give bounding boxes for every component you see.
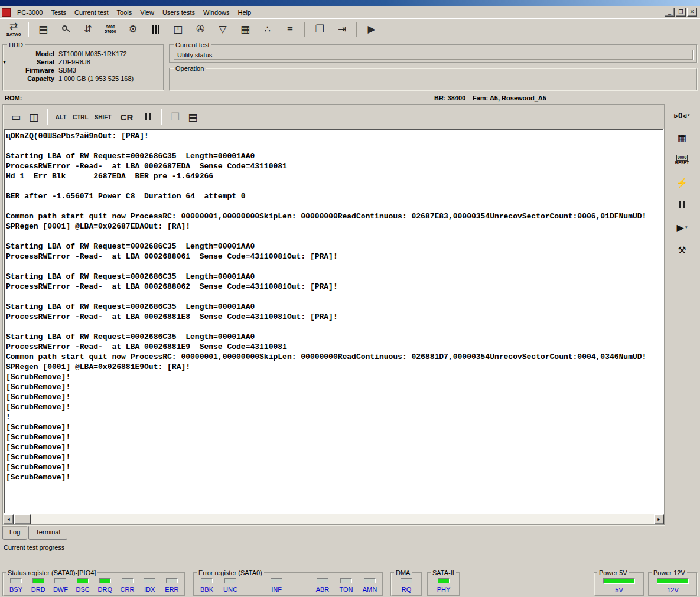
titlebar[interactable] — [0, 0, 700, 6]
sata2-legend: SATA-II — [431, 569, 456, 576]
terminal-line: [ScrubRemove]! — [6, 402, 662, 412]
sata0-port-button[interactable]: ⇄ SATA0 — [4, 20, 23, 39]
phy-led-icon — [438, 578, 450, 583]
close-button[interactable]: ✕ — [687, 8, 697, 17]
jump-to-zero-button[interactable]: ▹0◃ ▾ — [675, 107, 690, 123]
utility-status-icon: ▤ — [38, 24, 48, 35]
script-list-button[interactable]: ≡ — [281, 20, 299, 39]
pause-button[interactable] — [679, 197, 685, 213]
menu-users-tests[interactable]: Users tests — [158, 8, 199, 17]
settings-button[interactable]: ⚙ — [123, 20, 142, 39]
port-exchange-button[interactable]: ⇵ — [79, 20, 97, 39]
probe-button[interactable]: ⚡ — [676, 175, 688, 190]
menu-tests[interactable]: Tests — [47, 8, 70, 17]
terminal-settings-button[interactable]: ▭ — [8, 109, 24, 125]
tools-button[interactable]: ⚒ — [678, 242, 686, 257]
hdd-capacity-value: 1 000 GB (1 953 525 168) — [58, 75, 159, 82]
scroll-thumb[interactable] — [14, 514, 31, 524]
current-test-groupbox: Current test Utility status — [169, 41, 698, 63]
save-log-button[interactable]: ◫ — [26, 109, 41, 125]
shift-key-button[interactable]: SHIFT — [93, 109, 113, 125]
terminal-line: [ScrubRemove]! — [6, 442, 662, 452]
utility-status-button[interactable]: ▤ — [34, 20, 53, 39]
terminal-line: Starting LBA of RW Request=0002686C35 Le… — [6, 151, 662, 161]
led-idx: IDX — [139, 578, 159, 593]
hdd-groupbox: HDD ▼ Model ST1000LM035-1RK172 Serial ZD… — [2, 41, 164, 91]
sector-map-button[interactable]: ▦ — [236, 20, 255, 39]
terminal-copy-button[interactable]: ❐ — [167, 109, 183, 125]
search-key-button[interactable] — [56, 20, 75, 39]
chip-button[interactable] — [146, 20, 165, 39]
funnel-button[interactable]: ▽ — [213, 20, 232, 39]
chevron-down-icon[interactable]: ▾ — [688, 113, 690, 118]
tab-log[interactable]: Log — [2, 526, 27, 540]
reset-button[interactable]: 0000 RESET — [675, 152, 689, 168]
menu-current-test[interactable]: Current test — [70, 8, 112, 17]
run-button[interactable]: ▶ ▾ — [677, 220, 688, 235]
idx-led-icon — [144, 578, 155, 583]
chevron-down-icon[interactable]: ▾ — [685, 225, 688, 230]
chip-card-icon: ▦ — [678, 132, 686, 143]
user-exit-icon: ⇥ — [338, 24, 346, 35]
led-err: ERR — [162, 578, 182, 593]
led-ton: TON — [336, 578, 356, 593]
led-dwf: DWF — [50, 578, 70, 593]
power5-legend: Power 5V — [597, 569, 629, 576]
side-toolbar: ▹0◃ ▾ ▦ 0000 RESET ⚡ ▶ ▾ — [665, 104, 699, 526]
utility-status-strip[interactable]: Utility status — [174, 50, 693, 60]
led-12v: 12V — [654, 578, 692, 593]
tab-terminal[interactable]: Terminal — [28, 526, 67, 540]
led-drd: DRD — [28, 578, 48, 593]
terminal-line: Starting LBA of RW Request=0002686C35 Le… — [6, 272, 662, 282]
current-test-progress-label: Current test progress — [0, 540, 700, 551]
menu-bar: PC-3000 Tests Current test Tools View Us… — [0, 6, 700, 18]
registers-button[interactable]: ▤ — [185, 109, 200, 125]
menu-view[interactable]: View — [136, 8, 158, 17]
terminal-output[interactable]: цОКвZQ(00ШSePbs?ай9вOut: [PRA]!Starting … — [4, 129, 664, 514]
led-bbk: BBK — [197, 578, 217, 593]
pc3000-logo-icon[interactable] — [2, 8, 11, 17]
terminal-line: BER after -1.656071 Power C8 Duration 64… — [6, 191, 662, 201]
probe-icon: ⚡ — [676, 177, 688, 188]
terminal-panel: ▭ ◫ ALT CTRL SHIFT CR — [2, 104, 665, 526]
eject-disk-button[interactable]: ✇ — [191, 20, 210, 39]
toolbar-separator — [304, 22, 305, 37]
reset-icon: 0000 RESET — [675, 155, 689, 165]
baud-rate-button[interactable]: 9600 57600 — [101, 20, 120, 39]
abr-led-icon — [317, 578, 328, 583]
copy-button[interactable]: ❐ — [310, 20, 329, 39]
crr-led-icon — [122, 578, 134, 583]
menu-windows[interactable]: Windows — [199, 8, 234, 17]
cr-button[interactable]: CR — [116, 109, 138, 125]
menu-pc3000[interactable]: PC-3000 — [13, 8, 47, 17]
ctrl-key-button[interactable]: CTRL — [71, 109, 90, 125]
window-export-button[interactable]: ◳ — [168, 20, 187, 39]
magnifier-icon — [62, 25, 70, 33]
hdd-select-arrow[interactable]: ▼ — [2, 60, 6, 64]
flowchart-button[interactable]: ∴ — [258, 20, 277, 39]
utility-status-text: Utility status — [177, 51, 212, 58]
start-test-button[interactable]: ▶ — [362, 20, 381, 39]
terminal-pause-button[interactable] — [140, 109, 155, 125]
terminal-line: ProcessRWError -Read- at LBA 0002687EDA … — [6, 161, 662, 171]
alt-key-button[interactable]: ALT — [53, 109, 69, 125]
terminal-line: ProcessRWError -Read- at LBA 0002688061 … — [6, 252, 662, 262]
minimize-button[interactable]: _ — [665, 8, 675, 17]
terminal-line — [6, 231, 662, 242]
terminal-line: ProcessRWError -Read- at LBA 00026881E8 … — [6, 312, 662, 322]
menu-tools[interactable]: Tools — [113, 8, 136, 17]
terminal-line: Starting LBA of RW Request=0002686C35 Le… — [6, 332, 662, 342]
eject-disk-icon: ✇ — [196, 24, 204, 35]
jump-zero-icon: ▹0◃ — [675, 111, 686, 120]
scroll-right-button[interactable]: ► — [654, 514, 664, 524]
pause-icon — [145, 113, 151, 120]
bottom-tabs: Log Terminal — [0, 526, 700, 540]
menu-help[interactable]: Help — [234, 8, 256, 17]
info-row: HDD ▼ Model ST1000LM035-1RK172 Serial ZD… — [0, 40, 700, 93]
chip-card-button[interactable]: ▦ — [678, 130, 686, 145]
restore-button[interactable]: ❐ — [676, 8, 686, 17]
scroll-track[interactable] — [31, 514, 654, 524]
user-exit-button[interactable]: ⇥ — [333, 20, 351, 39]
scroll-left-button[interactable]: ◄ — [4, 514, 14, 524]
terminal-line: Starting LBA of RW Request=0002686C35 Le… — [6, 242, 662, 252]
